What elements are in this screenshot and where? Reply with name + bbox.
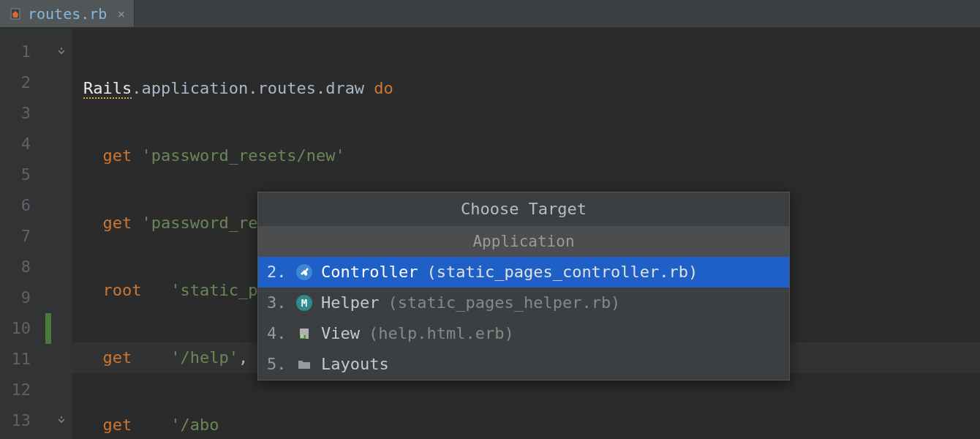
- close-icon[interactable]: ×: [117, 6, 125, 21]
- code-line: Rails.application.routes.draw do: [83, 73, 980, 104]
- tab-bar: routes.rb ×: [0, 0, 980, 28]
- line-number-gutter: 1 2 3 4 5 6 7 8 9 10 11 12 13: [0, 28, 45, 439]
- line-number: 1: [0, 37, 45, 67]
- change-indicator-column: [45, 28, 51, 439]
- fold-toggle-icon[interactable]: [51, 37, 72, 67]
- change-marker: [45, 313, 51, 344]
- line-number: 4: [0, 129, 45, 160]
- fold-toggle-icon[interactable]: [51, 405, 72, 436]
- popup-title: Choose Target: [258, 192, 789, 226]
- line-number: 7: [0, 221, 45, 252]
- popup-item-hint: (static_pages_controller.rb): [426, 257, 698, 288]
- popup-item-label: Controller: [321, 257, 418, 288]
- popup-item-view[interactable]: 4. R View (help.html.erb): [258, 318, 789, 349]
- fold-column: [51, 28, 72, 439]
- line-number: 13: [0, 405, 45, 436]
- line-number: 2: [0, 67, 45, 98]
- line-number: 3: [0, 98, 45, 129]
- code-line: get 'password_resets/new': [83, 140, 980, 171]
- file-tab[interactable]: routes.rb ×: [0, 0, 135, 27]
- popup-item-label: Layouts: [321, 349, 389, 380]
- popup-item-number: 3.: [267, 288, 287, 318]
- svg-text:R: R: [301, 334, 304, 339]
- popup-item-hint: (help.html.erb): [369, 318, 514, 349]
- popup-item-hint: (static_pages_helper.rb): [388, 288, 620, 318]
- popup-item-number: 2.: [267, 257, 287, 288]
- line-number: 8: [0, 252, 45, 282]
- erb-file-icon: R: [296, 326, 312, 342]
- popup-item-number: 5.: [267, 349, 287, 380]
- popup-item-helper[interactable]: 3. M Helper (static_pages_helper.rb): [258, 288, 789, 318]
- choose-target-popup: Choose Target Application 2. Controller …: [257, 192, 790, 380]
- tab-filename: routes.rb: [28, 5, 107, 23]
- popup-item-label: View: [321, 318, 360, 349]
- line-number: 11: [0, 344, 45, 375]
- line-number: 10: [0, 313, 45, 344]
- popup-item-layouts[interactable]: 5. Layouts: [258, 349, 789, 380]
- line-number: 9: [0, 282, 45, 313]
- popup-section-header: Application: [258, 226, 789, 257]
- line-number: 5: [0, 160, 45, 190]
- line-number: 6: [0, 190, 45, 221]
- wrench-icon: [296, 264, 312, 280]
- folder-icon: [296, 356, 312, 372]
- popup-item-number: 4.: [267, 318, 287, 349]
- popup-item-label: Helper: [321, 288, 379, 318]
- popup-item-controller[interactable]: 2. Controller (static_pages_controller.r…: [258, 257, 789, 288]
- code-line: get '/abo: [83, 410, 980, 439]
- ruby-file-icon: [9, 7, 22, 20]
- line-number: 12: [0, 375, 45, 405]
- module-icon: M: [296, 295, 312, 311]
